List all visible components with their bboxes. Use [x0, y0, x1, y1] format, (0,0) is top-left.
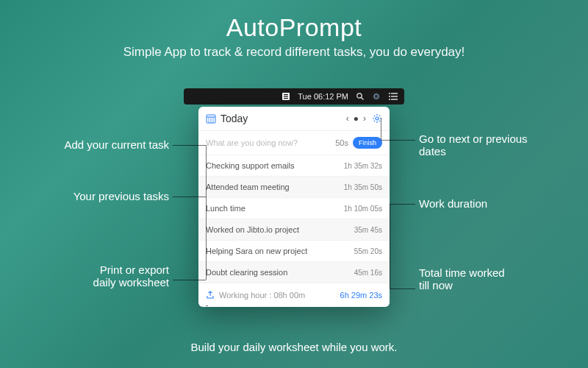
current-task-input-row: What are you doing now? 50s Finish	[198, 131, 390, 155]
today-dot[interactable]: ●	[354, 113, 359, 124]
svg-line-24	[374, 116, 375, 116]
finish-button[interactable]: Finish	[353, 137, 382, 149]
date-nav: ‹ ● ›	[345, 113, 368, 124]
task-name: Worked on Jibto.io project	[206, 225, 354, 234]
total-time: 6h 29m 23s	[340, 291, 382, 300]
panel-header: Today ‹ ● ›	[198, 107, 390, 131]
app-menubar-icon[interactable]	[282, 92, 290, 101]
connector-line	[173, 145, 206, 146]
svg-rect-13	[391, 99, 398, 99]
task-duration: 55m 20s	[354, 247, 382, 255]
task-row[interactable]: Helping Sara on new project 55m 20s	[198, 241, 390, 262]
hero-subtitle: Simple App to track & record different t…	[0, 45, 588, 60]
export-icon[interactable]	[206, 291, 215, 300]
svg-rect-2	[284, 96, 288, 97]
connector-line	[390, 204, 415, 205]
siri-icon[interactable]	[372, 92, 381, 101]
svg-point-10	[389, 96, 390, 97]
callout-nav-dates: Go to next or previous dates	[419, 132, 566, 158]
menubar-time: Tue 06:12 PM	[298, 92, 348, 101]
task-duration: 1h 35m 50s	[344, 183, 382, 191]
svg-line-25	[379, 121, 380, 121]
connector-line	[390, 204, 390, 289]
connector-line	[390, 289, 415, 289]
hero-title: AutoPrompt	[0, 13, 588, 42]
task-duration: 1h 35m 32s	[344, 162, 382, 170]
task-name: Checking support emails	[206, 161, 344, 170]
svg-point-19	[376, 117, 379, 120]
footer-tagline: Build your daily worksheet while you wor…	[0, 341, 588, 353]
task-duration: 1h 10m 05s	[344, 205, 382, 213]
svg-rect-3	[284, 98, 288, 99]
connector-line	[206, 305, 208, 306]
prev-date-button[interactable]: ‹	[345, 113, 351, 124]
task-row[interactable]: Attended team meeting 1h 35m 50s	[198, 177, 390, 198]
connector-line	[206, 145, 207, 280]
connector-line	[381, 140, 415, 141]
svg-line-27	[379, 116, 380, 116]
list-icon[interactable]	[388, 92, 398, 101]
callout-add-task: Add your current task	[29, 138, 169, 151]
svg-rect-9	[391, 93, 398, 93]
callout-work-duration: Work duration	[419, 197, 566, 210]
calendar-icon	[206, 113, 216, 124]
search-icon[interactable]	[356, 92, 365, 101]
svg-line-5	[362, 98, 364, 100]
connector-line	[173, 280, 206, 280]
next-date-button[interactable]: ›	[362, 113, 368, 124]
svg-rect-1	[284, 94, 288, 95]
task-row[interactable]: Doubt clearing session 45m 16s	[198, 262, 390, 283]
task-duration: 45m 16s	[354, 269, 382, 277]
task-row[interactable]: Checking support emails 1h 35m 32s	[198, 155, 390, 177]
svg-point-4	[357, 93, 362, 98]
elapsed-time: 50s	[335, 138, 348, 147]
panel-footer: Working hour : 08h 00m 6h 29m 23s	[198, 283, 390, 307]
connector-line	[173, 197, 206, 197]
connector-line	[381, 118, 381, 140]
callout-total-time: Total time worked till now	[419, 266, 566, 291]
task-name: Lunch time	[206, 204, 344, 213]
task-name: Doubt clearing session	[206, 268, 354, 277]
svg-rect-11	[391, 96, 398, 96]
task-row[interactable]: Worked on Jibto.io project 35m 45s	[198, 219, 390, 241]
task-duration: 35m 45s	[354, 226, 382, 234]
task-name: Attended team meeting	[206, 183, 344, 191]
callout-prev-tasks: Your previous tasks	[29, 190, 169, 202]
task-name: Helping Sara on new project	[206, 247, 354, 255]
working-hour-label: Working hour : 08h 00m	[219, 291, 340, 300]
svg-line-26	[374, 121, 375, 121]
menubar: Tue 06:12 PM	[184, 88, 404, 105]
callout-print-export: Print or export daily worksheet	[29, 263, 169, 289]
task-input[interactable]: What are you doing now?	[206, 138, 335, 147]
svg-point-12	[389, 99, 390, 100]
tasks-panel: Today ‹ ● › What are you doing now? 50s …	[198, 107, 390, 307]
task-row[interactable]: Lunch time 1h 10m 05s	[198, 198, 390, 219]
panel-title: Today	[220, 113, 345, 124]
svg-point-8	[389, 93, 390, 94]
